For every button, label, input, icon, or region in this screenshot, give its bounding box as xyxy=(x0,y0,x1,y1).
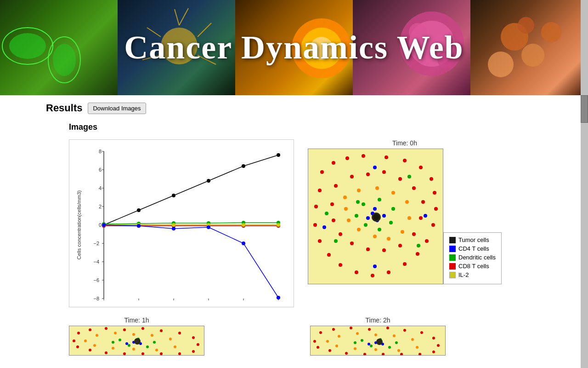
svg-point-118 xyxy=(419,216,423,220)
legend-tumor: Tumor cells xyxy=(449,236,496,243)
svg-point-149 xyxy=(325,212,328,215)
svg-point-114 xyxy=(382,170,386,174)
legend-tumor-label: Tumor cells xyxy=(458,236,489,243)
svg-point-140 xyxy=(378,198,381,201)
svg-point-158 xyxy=(373,264,377,268)
svg-point-104 xyxy=(355,270,358,274)
svg-text:15: 15 xyxy=(206,302,211,303)
scatter-2h-container: Time: 2h xyxy=(310,316,446,356)
svg-point-191 xyxy=(84,339,87,342)
svg-point-241 xyxy=(376,339,383,345)
svg-point-125 xyxy=(332,218,335,222)
svg-point-93 xyxy=(403,159,407,162)
svg-point-168 xyxy=(160,329,163,332)
svg-point-196 xyxy=(128,344,130,347)
svg-point-139 xyxy=(362,202,365,206)
svg-point-84 xyxy=(207,225,210,229)
svg-point-98 xyxy=(431,223,435,227)
svg-point-137 xyxy=(347,218,351,222)
svg-point-103 xyxy=(371,274,374,277)
charts-row: Cells concentration(cells/mm3) 8 6 4 2 xyxy=(69,139,542,307)
svg-point-58 xyxy=(137,208,141,212)
svg-point-146 xyxy=(356,200,360,204)
svg-point-167 xyxy=(141,327,144,330)
svg-point-203 xyxy=(319,331,322,334)
scrollbar[interactable] xyxy=(581,0,588,368)
download-images-button[interactable]: Download Images xyxy=(88,103,146,114)
svg-point-212 xyxy=(432,351,435,353)
svg-point-219 xyxy=(317,346,319,349)
svg-point-134 xyxy=(387,237,390,241)
svg-point-194 xyxy=(153,341,156,344)
legend-cd4-label: CD4 T cells xyxy=(458,245,489,252)
svg-point-195 xyxy=(146,345,149,348)
svg-point-132 xyxy=(407,216,411,220)
svg-point-131 xyxy=(405,200,409,204)
svg-point-99 xyxy=(425,239,429,243)
svg-point-135 xyxy=(373,235,377,238)
svg-point-186 xyxy=(174,345,176,348)
svg-point-157 xyxy=(424,214,427,218)
svg-point-116 xyxy=(412,186,416,190)
legend-cd4: CD4 T cells xyxy=(449,245,496,252)
svg-point-138 xyxy=(344,207,348,211)
svg-text:−8: −8 xyxy=(93,296,99,301)
svg-point-187 xyxy=(155,349,158,351)
legend-il2-label: IL-2 xyxy=(458,271,469,278)
legend-il2-color xyxy=(449,272,456,278)
svg-point-184 xyxy=(151,334,153,337)
scatter-1h-svg xyxy=(69,326,204,356)
svg-point-105 xyxy=(339,263,342,267)
svg-point-123 xyxy=(350,242,354,245)
legend-cd4-color xyxy=(449,246,456,252)
svg-point-169 xyxy=(178,332,181,334)
svg-text:−4: −4 xyxy=(93,259,99,264)
svg-point-208 xyxy=(403,329,406,332)
svg-text:10: 10 xyxy=(171,302,176,303)
svg-point-101 xyxy=(403,262,407,266)
svg-point-90 xyxy=(345,156,349,160)
svg-point-170 xyxy=(192,336,195,339)
svg-point-237 xyxy=(354,341,356,344)
svg-point-145 xyxy=(355,214,358,218)
svg-point-234 xyxy=(395,341,398,344)
svg-point-213 xyxy=(418,353,421,356)
scatter-0h-chart xyxy=(308,149,443,284)
scrollbar-thumb[interactable] xyxy=(581,95,588,123)
svg-point-120 xyxy=(398,244,402,247)
svg-point-201 xyxy=(134,338,141,345)
legend-dendritic: Dendritic cells xyxy=(449,254,496,261)
svg-point-144 xyxy=(364,223,368,227)
svg-point-86 xyxy=(277,296,280,299)
svg-point-122 xyxy=(366,247,370,251)
svg-point-108 xyxy=(313,223,317,227)
svg-point-165 xyxy=(105,327,107,330)
svg-point-80 xyxy=(277,223,280,227)
svg-point-225 xyxy=(411,338,414,341)
svg-text:20: 20 xyxy=(241,302,246,303)
svg-point-155 xyxy=(373,207,377,211)
legend-box: Tumor cells CD4 T cells Dendritic cells … xyxy=(443,232,502,284)
svg-point-150 xyxy=(417,244,420,247)
svg-point-106 xyxy=(327,253,331,257)
svg-point-180 xyxy=(73,339,75,342)
svg-text:2: 2 xyxy=(99,204,102,209)
svg-point-97 xyxy=(434,207,438,211)
svg-point-88 xyxy=(320,170,324,174)
svg-text:5: 5 xyxy=(137,302,140,303)
svg-point-181 xyxy=(96,334,98,337)
svg-point-164 xyxy=(89,328,91,331)
svg-point-183 xyxy=(132,333,135,336)
svg-point-230 xyxy=(335,345,338,347)
svg-point-182 xyxy=(114,332,117,334)
svg-point-221 xyxy=(338,335,340,338)
svg-point-188 xyxy=(132,348,135,351)
svg-point-159 xyxy=(373,166,377,169)
svg-point-218 xyxy=(328,349,331,352)
svg-point-62 xyxy=(277,153,280,157)
svg-text:6: 6 xyxy=(99,167,102,172)
svg-point-226 xyxy=(416,346,418,349)
svg-point-215 xyxy=(382,353,384,356)
svg-text:0: 0 xyxy=(102,302,105,303)
scatter-0h-title: Time: 0h xyxy=(392,139,417,147)
